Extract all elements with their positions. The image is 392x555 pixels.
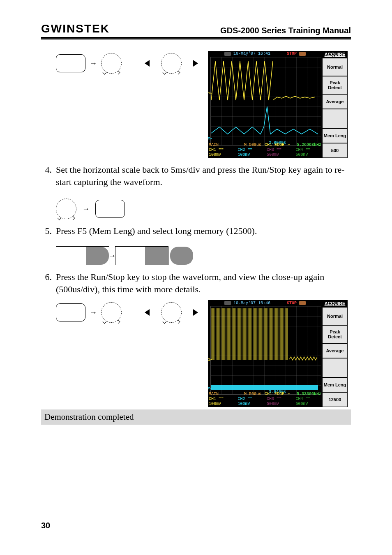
menu-normal[interactable]: Normal [323, 58, 347, 76]
oscilloscope-screenshot-1: 10-May'07 16:41 STOP 1▸ 2▸ [208, 51, 348, 158]
triangle-right-icon [193, 309, 198, 316]
menu-normal[interactable]: Normal [323, 308, 347, 325]
time-div-knob [101, 302, 122, 323]
trig-icon [299, 301, 306, 305]
menu-memleng-value[interactable]: 12500 [323, 393, 347, 407]
trig-slope-icon: 𝄐 [288, 392, 290, 397]
figure-row-1: → 10-May'07 16:41 STOP [56, 51, 351, 158]
scope-datetime: 10-May'07 16:41 [233, 51, 270, 57]
ch1-marker: 1▸ [208, 358, 212, 362]
demo-complete-banner: Demonstration completed [41, 409, 351, 424]
scope-plot-area: 10-May'07 16:46 STOP 1▸ 2▸ [208, 300, 322, 407]
menu-peak-label: Peak [323, 329, 346, 334]
knob-diagram-2: → [56, 199, 351, 219]
menu-average[interactable]: Average [323, 95, 347, 109]
softkey-button [145, 247, 168, 265]
position-knob [161, 302, 182, 323]
ch2-readout: CH2 == 100mV [238, 148, 264, 157]
ch1-waveform-tail [289, 356, 318, 361]
menu-title: ACQUIRE [322, 51, 348, 58]
ch1-readout: CH1 == 100mV [209, 148, 235, 157]
ch2-waveform-noise [211, 385, 318, 390]
trig-slope-icon: 𝄐 [288, 143, 290, 148]
arrow-right-icon: → [90, 58, 97, 68]
step-5-text: Press F5 (Mem Leng) and select long memo… [56, 225, 351, 237]
scope-status: STOP [287, 301, 297, 306]
softkey-button [86, 247, 109, 265]
step-5-number: 5. [41, 225, 52, 237]
step-6: 6. Press the Run/Stop key to stop the wa… [41, 271, 351, 295]
arrow-right-icon: → [108, 251, 116, 261]
timebase-label: M 500us [244, 392, 261, 397]
softkey-label-area [56, 247, 86, 265]
ch4-readout: CH4 == 500mV [296, 148, 322, 157]
triangle-left-icon [145, 60, 150, 67]
menu-spacer [323, 109, 347, 128]
trig-icon [299, 52, 306, 56]
runstop-button-outline [95, 200, 125, 218]
main-label: MAIN [209, 392, 219, 397]
time-div-knob [56, 199, 76, 219]
ch2-marker: 2▸ [208, 136, 212, 141]
arrow-right-icon: → [90, 308, 97, 317]
ch1-readout: CH1 == 100mV [209, 397, 235, 407]
scope-bottom-readout: MAIN M 500us CH1 EDGE 𝄐 5.26993kHz CH1 =… [209, 143, 321, 157]
menu-memleng[interactable]: Mem Leng [323, 378, 347, 392]
softkey-label-area [115, 247, 145, 265]
menu-average[interactable]: Average [323, 344, 347, 358]
page-content: → 10-May'07 16:41 STOP [41, 51, 351, 425]
page-number: 30 [41, 521, 50, 530]
scope-grid [210, 306, 321, 395]
scope-plot-area: 10-May'07 16:41 STOP 1▸ 2▸ [208, 51, 322, 158]
menu-spacer [323, 358, 347, 377]
step-6-text: Press the Run/Stop key to stop the wavef… [56, 271, 351, 295]
triangle-left-icon [145, 309, 150, 316]
document-title: GDS-2000 Series Training Manual [220, 26, 351, 35]
knob-diagram-1: → [56, 51, 198, 76]
trigger-label: CH1 EDGE [265, 392, 284, 397]
step-4: 4. Set the horizontal scale back to 5ms/… [41, 164, 351, 188]
step-4-text: Set the horizontal scale back to 5ms/div… [56, 164, 351, 188]
scope-softkey-menu: ACQUIRE Normal Peak Detect Average Mem L… [322, 300, 348, 407]
softkey-pair-2 [115, 246, 168, 265]
ch3-readout: CH3 == 500mV [267, 148, 293, 157]
scope-top-bar: 10-May'07 16:41 STOP [208, 51, 322, 56]
header-underline [41, 39, 351, 39]
step-4-number: 4. [41, 164, 52, 188]
triangle-right-icon [193, 60, 198, 67]
scope-softkey-menu: ACQUIRE Normal Peak Detect Average Mem L… [322, 51, 348, 158]
scope-grid [210, 57, 321, 146]
f5-diagram: → [56, 246, 351, 265]
step-6-number: 6. [41, 271, 52, 295]
position-knob [161, 53, 182, 74]
arrow-right-icon: → [82, 204, 90, 214]
ch4-readout: CH4 == 500mV [296, 397, 322, 407]
menu-peak-detect[interactable]: Peak Detect [323, 326, 347, 343]
oscilloscope-screenshot-2: 10-May'07 16:46 STOP 1▸ 2▸ [208, 300, 348, 407]
scope-datetime: 10-May'07 16:46 [233, 301, 270, 306]
softkey-pair-1 [56, 246, 109, 265]
manual-page: GWINSTEK GDS-2000 Series Training Manual… [0, 0, 392, 425]
scope-top-bar: 10-May'07 16:46 STOP [208, 301, 322, 305]
menu-memleng[interactable]: Mem Leng [323, 129, 347, 143]
step-5: 5. Press F5 (Mem Leng) and select long m… [41, 225, 351, 237]
menu-memleng-value[interactable]: 500 [323, 143, 347, 157]
ch3-readout: CH3 == 500mV [267, 397, 293, 407]
menu-peak-detect[interactable]: Peak Detect [323, 76, 347, 94]
scope-status: STOP [287, 51, 297, 57]
brand-logo: GWINSTEK [41, 22, 110, 35]
freq-label: 5.26993kHz [297, 143, 321, 148]
page-header: GWINSTEK GDS-2000 Series Training Manual [41, 22, 351, 39]
menu-detect-label: Detect [323, 334, 346, 339]
menu-title: ACQUIRE [322, 300, 348, 307]
knob-diagram-3: → [56, 300, 198, 325]
usb-icon [224, 301, 231, 305]
figure-row-2: → 10-May'07 16:46 STOP [56, 300, 351, 407]
runstop-button-outline [56, 303, 85, 321]
usb-icon [224, 52, 231, 56]
timebase-label: M 500us [244, 143, 261, 148]
svg-rect-1 [211, 385, 318, 390]
ch1-marker: 1▸ [208, 91, 212, 95]
runstop-button-outline [56, 54, 85, 72]
menu-detect-label: Detect [323, 85, 346, 90]
